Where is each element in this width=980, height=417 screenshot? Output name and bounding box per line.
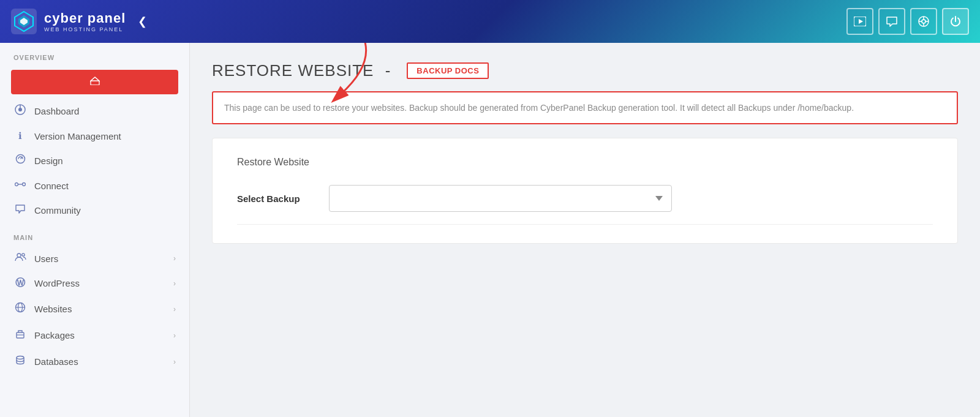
cyberpanel-logo-icon	[11, 9, 37, 34]
select-backup-label: Select Backup	[237, 193, 317, 204]
page-title: RESTORE WEBSITE -	[212, 61, 397, 80]
design-label: Design	[34, 156, 176, 166]
support-button[interactable]	[910, 8, 937, 35]
connect-icon	[13, 179, 27, 192]
card-divider	[237, 224, 933, 225]
page-title-text: RESTORE WEBSITE	[212, 61, 374, 80]
svg-point-19	[23, 183, 26, 186]
app-header: cyber panel WEB HOSTING PANEL ❮	[0, 0, 980, 43]
select-backup-row: Select Backup	[237, 185, 933, 212]
header-actions	[846, 8, 969, 35]
chat-button[interactable]	[878, 8, 905, 35]
websites-label: Websites	[34, 304, 166, 314]
users-label: Users	[34, 254, 166, 264]
svg-point-28	[17, 356, 24, 359]
alert-container: This page can be used to restore your we…	[212, 91, 958, 124]
sidebar-item-websites[interactable]: Websites ›	[0, 296, 189, 322]
power-button[interactable]	[942, 8, 969, 35]
sidebar-item-version-management[interactable]: ℹ Version Management	[0, 124, 189, 148]
wordpress-arrow-icon: ›	[173, 279, 176, 288]
restore-website-card: Restore Website Select Backup	[212, 138, 958, 244]
sidebar-item-community[interactable]: Community	[0, 198, 189, 223]
card-title: Restore Website	[237, 157, 933, 168]
svg-point-22	[21, 254, 24, 256]
sidebar-item-users[interactable]: Users ›	[0, 246, 189, 271]
community-icon	[13, 204, 27, 217]
svg-rect-12	[91, 81, 99, 85]
header-left: cyber panel WEB HOSTING PANEL ❮	[11, 9, 152, 34]
svg-point-21	[17, 254, 21, 257]
wordpress-label: WordPress	[34, 278, 166, 288]
sidebar-item-packages[interactable]: Packages ›	[0, 322, 189, 348]
backup-docs-button[interactable]: BACKUP DOCS	[407, 62, 489, 79]
backup-select[interactable]	[329, 185, 672, 212]
packages-label: Packages	[34, 330, 166, 340]
connect-label: Connect	[34, 181, 176, 191]
overview-section-label: OVERVIEW	[0, 43, 189, 66]
alert-box: This page can be used to restore your we…	[212, 91, 958, 124]
svg-point-14	[18, 108, 22, 111]
sidebar-item-design[interactable]: Design	[0, 148, 189, 173]
packages-icon	[13, 328, 27, 342]
wordpress-icon: Ⓦ	[13, 277, 27, 290]
home-icon	[88, 76, 102, 88]
app-body: OVERVIEW Dashboard ℹ Version Management …	[0, 43, 980, 417]
databases-arrow-icon: ›	[173, 358, 176, 366]
websites-icon	[13, 302, 27, 316]
sidebar-item-wordpress[interactable]: Ⓦ WordPress ›	[0, 271, 189, 296]
svg-marker-5	[859, 19, 863, 24]
sidebar-item-databases[interactable]: Databases ›	[0, 348, 189, 375]
users-arrow-icon: ›	[173, 254, 176, 263]
databases-label: Databases	[34, 356, 166, 367]
logo-sub: WEB HOSTING PANEL	[44, 26, 126, 32]
logo-main: cyber panel	[44, 10, 126, 26]
version-icon: ℹ	[13, 130, 27, 141]
main-content: RESTORE WEBSITE - BACKUP DOCS This page …	[190, 43, 980, 417]
svg-point-18	[15, 183, 18, 186]
sidebar-item-connect[interactable]: Connect	[0, 173, 189, 198]
youtube-button[interactable]	[846, 8, 873, 35]
websites-arrow-icon: ›	[173, 305, 176, 314]
databases-icon	[13, 355, 27, 369]
version-management-label: Version Management	[34, 131, 176, 141]
logo-text: cyber panel WEB HOSTING PANEL	[44, 10, 126, 32]
sidebar: OVERVIEW Dashboard ℹ Version Management …	[0, 43, 190, 417]
community-label: Community	[34, 205, 176, 216]
dashboard-label: Dashboard	[34, 106, 176, 116]
design-icon	[13, 154, 27, 167]
sidebar-item-dashboard[interactable]: Dashboard	[0, 98, 189, 124]
svg-point-7	[922, 20, 925, 23]
users-icon	[13, 252, 27, 265]
main-section-label: MAIN	[0, 223, 189, 246]
page-title-row: RESTORE WEBSITE - BACKUP DOCS	[212, 61, 958, 80]
sidebar-item-home-active[interactable]	[11, 70, 178, 94]
sidebar-collapse-button[interactable]: ❮	[133, 12, 152, 31]
packages-arrow-icon: ›	[173, 331, 176, 340]
page-title-separator: -	[385, 61, 391, 80]
alert-text: This page can be used to restore your we…	[224, 103, 854, 113]
dashboard-icon	[13, 104, 27, 118]
